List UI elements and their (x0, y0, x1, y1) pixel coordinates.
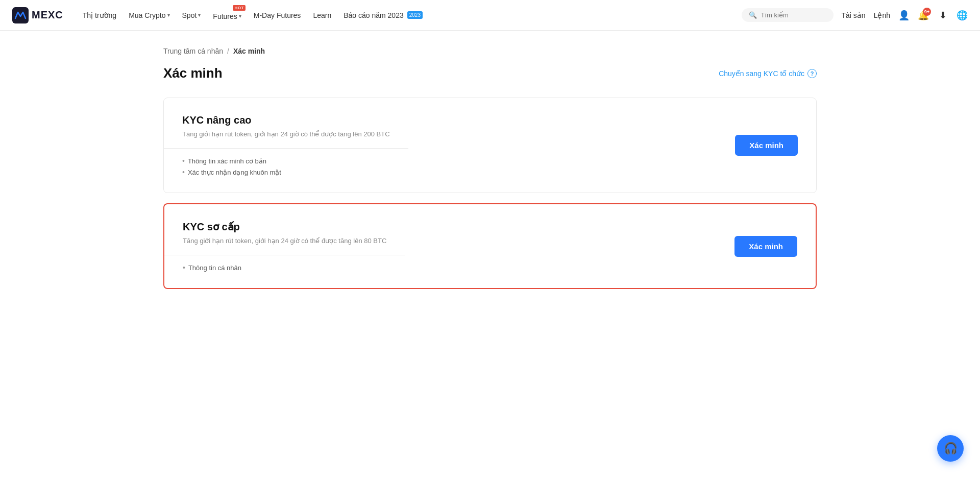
kyc-org-label: Chuyển sang KYC tổ chức (719, 69, 804, 78)
notification-badge: 9+ (923, 8, 931, 16)
notification-icon[interactable]: 🔔 9+ (918, 10, 929, 21)
kyc-nang-cao-title: KYC nâng cao (182, 114, 390, 126)
nav-spot[interactable]: Spot ▾ (177, 8, 206, 22)
nav-mua-crypto[interactable]: Mua Crypto ▾ (124, 8, 175, 22)
nav-lenh[interactable]: Lệnh (874, 11, 890, 19)
logo[interactable]: MEXC (12, 7, 63, 23)
nav-mday-futures[interactable]: M-Day Futures (249, 8, 306, 22)
nav-learn[interactable]: Learn (308, 8, 336, 22)
nav-report[interactable]: Báo cáo năm 2023 2023 (338, 8, 428, 22)
breadcrumb: Trung tâm cá nhân / Xác minh (163, 47, 817, 55)
kyc-divider (164, 148, 408, 149)
page-header: Xác minh Chuyển sang KYC tổ chức ? (163, 65, 817, 81)
language-icon[interactable]: 🌐 (957, 10, 968, 21)
kyc-nang-cao-content: KYC nâng cao Tăng giới hạn rút token, gi… (182, 114, 390, 176)
breadcrumb-parent[interactable]: Trung tâm cá nhân (163, 47, 223, 55)
header: MEXC Thị trường Mua Crypto ▾ Spot ▾ HOT … (0, 0, 980, 31)
support-button[interactable]: 🎧 (937, 435, 964, 462)
help-icon[interactable]: ? (807, 69, 817, 78)
download-icon[interactable]: ⬇ (937, 10, 948, 21)
headset-icon: 🎧 (944, 442, 958, 455)
logo-text: MEXC (32, 9, 63, 21)
kyc-nang-cao-card: KYC nâng cao Tăng giới hạn rút token, gi… (163, 98, 817, 193)
kyc-divider (164, 255, 405, 255)
search-box[interactable]: 🔍 (742, 8, 834, 22)
breadcrumb-current: Xác minh (233, 47, 265, 55)
kyc-so-cap-title: KYC sơ cấp (183, 221, 386, 233)
xac-minh-so-cap-button[interactable]: Xác minh (734, 236, 797, 257)
page-title: Xác minh (163, 65, 223, 81)
kyc-so-cap-features: Thông tin cá nhân (183, 264, 386, 272)
kyc-feature-item: Thông tin xác minh cơ bản (182, 157, 390, 165)
chevron-down-icon: ▾ (167, 12, 170, 18)
nav-tai-san[interactable]: Tài sản (842, 11, 866, 19)
nav-thi-truong[interactable]: Thị trường (78, 8, 121, 22)
breadcrumb-separator: / (227, 47, 229, 55)
user-icon[interactable]: 👤 (898, 10, 910, 21)
kyc-feature-item: Thông tin cá nhân (183, 264, 386, 272)
chevron-down-icon: ▾ (198, 12, 201, 18)
kyc-nang-cao-desc: Tăng giới hạn rút token, giới hạn 24 giờ… (182, 130, 390, 138)
chevron-down-icon: ▾ (239, 13, 241, 19)
search-icon: 🔍 (749, 11, 757, 19)
kyc-org-link[interactable]: Chuyển sang KYC tổ chức ? (719, 69, 817, 78)
hot-badge: HOT (233, 5, 245, 11)
nav-futures[interactable]: HOT Futures ▾ (208, 7, 246, 23)
kyc-feature-item: Xác thực nhận dạng khuôn mặt (182, 168, 390, 176)
main-content: Trung tâm cá nhân / Xác minh Xác minh Ch… (133, 31, 847, 316)
main-nav: Thị trường Mua Crypto ▾ Spot ▾ HOT Futur… (78, 7, 742, 23)
kyc-so-cap-desc: Tăng giới hạn rút token, giới hạn 24 giờ… (183, 237, 386, 245)
kyc-nang-cao-features: Thông tin xác minh cơ bản Xác thực nhận … (182, 157, 390, 176)
kyc-so-cap-content: KYC sơ cấp Tăng giới hạn rút token, giới… (183, 221, 386, 272)
search-input[interactable] (761, 11, 826, 19)
header-right: 🔍 Tài sản Lệnh 👤 🔔 9+ ⬇ 🌐 (742, 8, 968, 22)
report-badge: 2023 (407, 11, 423, 19)
mexc-logo-icon (12, 7, 29, 23)
xac-minh-nang-cao-button[interactable]: Xác minh (735, 135, 798, 156)
kyc-so-cap-card: KYC sơ cấp Tăng giới hạn rút token, giới… (163, 203, 817, 289)
